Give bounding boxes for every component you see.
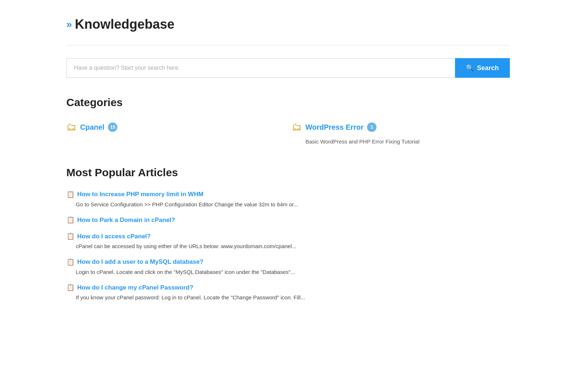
article-excerpt: Go to Service Configuration >> PHP Confi… xyxy=(76,201,510,209)
page-title-section: » Knowledgebase xyxy=(67,15,510,34)
article-icon: 📋 xyxy=(67,190,74,199)
category-badge-wordpress: 1 xyxy=(367,122,376,132)
category-header: 🗂 WordPress Error 1 xyxy=(292,120,510,135)
search-input[interactable] xyxy=(67,58,455,78)
article-link-access-cpanel[interactable]: How do I access cPanel? xyxy=(77,232,151,241)
search-section: 🔍 Search xyxy=(67,58,510,78)
category-badge-cpanel: 15 xyxy=(108,122,117,132)
divider xyxy=(67,45,510,45)
article-header: 📋 How to Park a Domain in cPanel? xyxy=(67,215,510,225)
categories-grid: 🗂 Cpanel 15 🗂 WordPress Error 1 Basic Wo… xyxy=(67,120,510,146)
category-link-cpanel[interactable]: Cpanel xyxy=(80,122,105,133)
article-header: 📋 How do I change my cPanel Password? xyxy=(67,283,510,292)
article-item: 📋 How to Increase PHP memory limit in WH… xyxy=(67,190,510,209)
article-header: 📋 How to Increase PHP memory limit in WH… xyxy=(67,190,510,199)
article-icon: 📋 xyxy=(67,257,74,267)
article-icon: 📋 xyxy=(67,231,74,241)
page-title: Knowledgebase xyxy=(75,15,174,34)
article-icon: 📋 xyxy=(67,283,74,292)
article-excerpt: Login to cPanel. Locate and click on the… xyxy=(76,268,510,276)
category-header: 🗂 Cpanel 15 xyxy=(67,120,285,135)
article-item: 📋 How do I change my cPanel Password? If… xyxy=(67,283,510,302)
search-button[interactable]: 🔍 Search xyxy=(455,58,509,78)
category-item: 🗂 WordPress Error 1 Basic WordPress and … xyxy=(292,120,510,146)
article-item: 📋 How do I access cPanel? cPanel can be … xyxy=(67,231,510,251)
article-excerpt: cPanel can be accessed by using either o… xyxy=(76,242,510,251)
articles-section: Most Popular Articles 📋 How to Increase … xyxy=(67,164,510,302)
categories-title: Categories xyxy=(67,94,510,110)
search-icon: 🔍 xyxy=(466,64,474,72)
article-link-cpanel-password[interactable]: How do I change my cPanel Password? xyxy=(77,283,193,292)
search-button-label: Search xyxy=(477,64,499,72)
popular-articles-title: Most Popular Articles xyxy=(67,164,510,181)
chevron-icon: » xyxy=(67,17,72,32)
article-link-park-domain[interactable]: How to Park a Domain in cPanel? xyxy=(77,215,175,225)
article-header: 📋 How do I add a user to a MySQL databas… xyxy=(67,257,510,267)
category-link-wordpress[interactable]: WordPress Error xyxy=(306,122,364,133)
article-link-mysql-user[interactable]: How do I add a user to a MySQL database? xyxy=(77,257,204,267)
article-excerpt: If you know your cPanel password: Log in… xyxy=(76,294,510,302)
category-description-wordpress: Basic WordPress and PHP Error Fixing Tut… xyxy=(306,138,510,146)
page-container: » Knowledgebase 🔍 Search Categories 🗂 Cp… xyxy=(48,0,528,327)
article-header: 📋 How do I access cPanel? xyxy=(67,231,510,241)
article-item: 📋 How do I add a user to a MySQL databas… xyxy=(67,257,510,276)
category-item: 🗂 Cpanel 15 xyxy=(67,120,285,146)
article-icon: 📋 xyxy=(67,215,74,225)
article-link-php-memory[interactable]: How to Increase PHP memory limit in WHM xyxy=(77,190,204,199)
folder-icon: 🗂 xyxy=(67,120,77,135)
article-item: 📋 How to Park a Domain in cPanel? xyxy=(67,215,510,225)
folder-icon: 🗂 xyxy=(292,120,302,135)
